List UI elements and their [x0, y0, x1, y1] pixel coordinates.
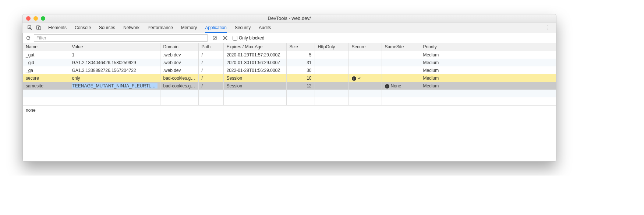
tab-network[interactable]: Network — [123, 22, 139, 33]
table-row[interactable]: _gat1.web.dev/2020-01-29T01:57:29.000Z5M… — [23, 51, 556, 59]
tab-security[interactable]: Security — [235, 22, 251, 33]
only-blocked-label: Only blocked — [239, 35, 264, 41]
cookies-toolbar: Only blocked — [23, 33, 556, 43]
tab-performance[interactable]: Performance — [148, 22, 173, 33]
tab-application[interactable]: Application — [205, 22, 227, 33]
table-row-empty — [23, 90, 556, 97]
refresh-icon[interactable] — [25, 35, 32, 41]
clear-all-icon[interactable] — [212, 35, 218, 41]
tab-elements[interactable]: Elements — [48, 22, 67, 33]
filter-input[interactable] — [34, 34, 208, 42]
tab-sources[interactable]: Sources — [99, 22, 115, 33]
tab-audits[interactable]: Audits — [259, 22, 271, 33]
column-header-httponly[interactable]: HttpOnly — [315, 43, 348, 51]
main-panel: Only blocked NameValueDomainPathExpires … — [23, 33, 556, 161]
device-toggle-icon[interactable] — [36, 25, 42, 31]
inspect-icon[interactable] — [27, 25, 33, 31]
devtools-window: DevTools - web.dev/ ElementsConsoleSourc… — [22, 14, 556, 162]
detail-pane: none — [23, 105, 556, 161]
cookies-table[interactable]: NameValueDomainPathExpires / Max-AgeSize… — [23, 43, 556, 105]
tab-memory[interactable]: Memory — [181, 22, 197, 33]
table-row[interactable]: _gaGA1.2.1338892726.1567204722.web.dev/2… — [23, 66, 556, 74]
delete-selected-icon[interactable] — [222, 35, 228, 41]
tab-console[interactable]: Console — [75, 22, 91, 33]
column-header-expires-max-age[interactable]: Expires / Max-Age — [223, 43, 286, 51]
column-header-domain[interactable]: Domain — [160, 43, 198, 51]
svg-rect-2 — [39, 27, 41, 30]
svg-line-25 — [214, 37, 216, 39]
column-header-name[interactable]: Name — [23, 43, 69, 51]
table-row-empty — [23, 97, 556, 105]
column-header-samesite[interactable]: SameSite — [382, 43, 420, 51]
column-header-path[interactable]: Path — [198, 43, 223, 51]
more-menu-icon[interactable]: ⋮ — [541, 24, 555, 31]
table-row[interactable]: samesiteTEENAGE_MUTANT_NINJA_FLEURTLESba… — [23, 82, 556, 90]
titlebar: DevTools - web.dev/ — [22, 14, 556, 22]
table-row[interactable]: _gidGA1.2.1804046426.1580259929.web.dev/… — [23, 59, 556, 66]
column-header-priority[interactable]: Priority — [420, 43, 556, 51]
column-header-secure[interactable]: Secure — [348, 43, 382, 51]
tab-bar: ElementsConsoleSourcesNetworkPerformance… — [22, 22, 556, 33]
detail-value: none — [26, 108, 36, 113]
only-blocked-checkbox[interactable]: Only blocked — [233, 35, 264, 41]
table-row[interactable]: secureonlybad-cookies.g…/Session10i✓Medi… — [23, 74, 556, 82]
warning-icon: i — [385, 84, 389, 89]
window-title: DevTools - web.dev/ — [22, 15, 556, 21]
column-header-size[interactable]: Size — [286, 43, 315, 51]
column-header-value[interactable]: Value — [69, 43, 160, 51]
warning-icon: i — [352, 76, 356, 81]
